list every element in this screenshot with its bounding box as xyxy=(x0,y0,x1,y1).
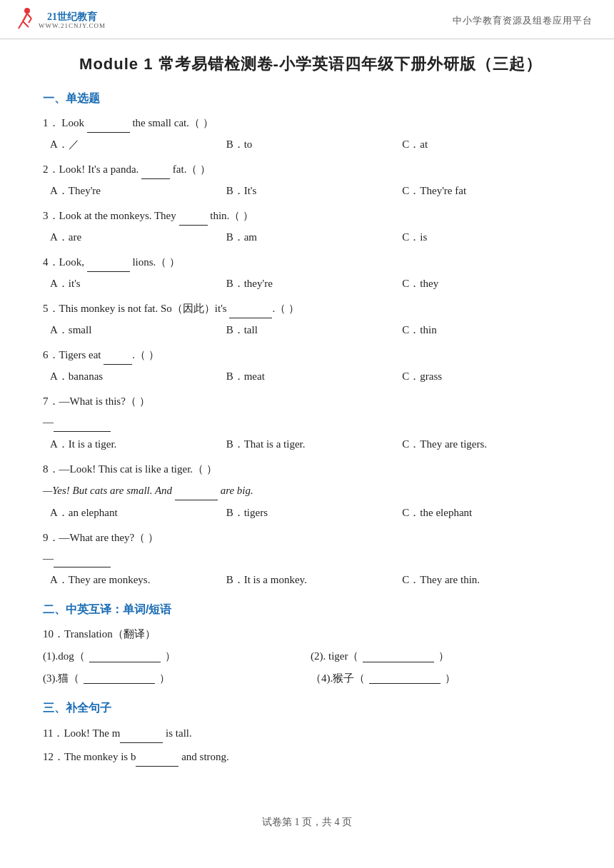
svg-point-0 xyxy=(24,8,30,14)
q5-optC: C．thin xyxy=(402,321,578,340)
footer-text: 试卷第 1 页，共 4 页 xyxy=(262,817,352,827)
q12-text: 12．The monkey is b and strong. xyxy=(43,747,578,767)
question-5: 5．This monkey is not fat. So（因此）it's .（ … xyxy=(43,299,578,340)
q10-monkey: （4).猴子（ ） xyxy=(311,668,578,689)
q4-options: A．it's B．they're C．they xyxy=(50,274,578,293)
q4-optA: A．it's xyxy=(50,274,226,293)
q6-optA: A．bananas xyxy=(50,367,226,386)
question-4: 4．Look, lions.（ ） A．it's B．they're C．the… xyxy=(43,253,578,293)
q1-optC: C．at xyxy=(402,135,578,154)
svg-line-5 xyxy=(29,19,31,23)
q8-text: 8．—Look! This cat is like a tiger.（ ） xyxy=(43,460,578,479)
q9-optC: C．They are thin. xyxy=(402,570,578,590)
svg-line-3 xyxy=(23,21,29,27)
q10-monkey-blank xyxy=(369,672,441,684)
q5-options: A．small B．tall C．thin xyxy=(50,321,578,340)
q3-optB: B．am xyxy=(226,228,403,247)
q11-text: 11．Look! The m is tall. xyxy=(43,724,578,743)
q7-blank xyxy=(54,420,111,432)
q3-blank xyxy=(179,214,208,226)
q8-italic: —Yes! But cats are small. And are big. xyxy=(43,481,578,500)
main-content: Module 1 常考易错检测卷-小学英语四年级下册外研版（三起） 一、单选题 … xyxy=(0,39,614,792)
q4-optB: B．they're xyxy=(226,274,403,293)
section2-title: 二、中英互译：单词/短语 xyxy=(43,600,578,619)
q9-options: A．They are monkeys. B．It is a monkey. C．… xyxy=(50,570,578,590)
question-9: 9．—What are they?（ ） — A．They are monkey… xyxy=(43,528,578,590)
q7-optA: A．It is a tiger. xyxy=(50,435,226,454)
q4-blank xyxy=(87,261,130,272)
q1-options: A．／ B．to C．at xyxy=(50,135,578,154)
question-3: 3．Look at the monkeys. They thin.（ ） A．a… xyxy=(43,206,578,247)
question-2: 2．Look! It's a panda. fat.（ ） A．They're … xyxy=(43,160,578,201)
logo-cn-text: 21世纪教育 xyxy=(47,11,97,22)
logo-text: 21世纪教育 WWW.21CNJY.COM xyxy=(39,11,106,29)
q3-optC: C．is xyxy=(402,228,578,247)
q6-options: A．bananas B．meat C．grass xyxy=(50,367,578,386)
q3-text: 3．Look at the monkeys. They thin.（ ） xyxy=(43,206,578,226)
page-footer: 试卷第 1 页，共 4 页 xyxy=(0,814,614,842)
question-7: 7．—What is this?（ ） — A．It is a tiger. B… xyxy=(43,392,578,454)
q5-optA: A．small xyxy=(50,321,226,340)
q3-optA: A．are xyxy=(50,228,226,247)
svg-line-2 xyxy=(19,21,23,29)
q5-blank xyxy=(229,307,272,318)
logo-en-text: WWW.21CNJY.COM xyxy=(39,23,106,30)
q2-optA: A．They're xyxy=(50,181,226,201)
q10-dog: (1).dog（ ） xyxy=(43,646,311,667)
q2-blank xyxy=(141,168,170,179)
q10-cat-blank xyxy=(84,672,155,684)
q2-options: A．They're B．It's C．They're fat xyxy=(50,181,578,201)
logo-area: 21世纪教育 WWW.21CNJY.COM xyxy=(14,7,106,34)
q7-text: 7．—What is this?（ ） xyxy=(43,392,578,411)
q10-row1: (1).dog（ ） (2). tiger（ ） xyxy=(43,646,578,667)
q10-cat: (3).猫（ ） xyxy=(43,668,311,689)
q12-blank xyxy=(136,755,178,767)
q9-optA: A．They are monkeys. xyxy=(50,570,226,590)
q8-optC: C．the elephant xyxy=(402,503,578,523)
q2-optC: C．They're fat xyxy=(402,181,578,201)
question-10: 10．Translation（翻译） (1).dog（ ） (2). tiger… xyxy=(43,625,578,688)
header-tagline: 中小学教育资源及组卷应用平台 xyxy=(453,13,593,29)
q2-text: 2．Look! It's a panda. fat.（ ） xyxy=(43,160,578,179)
section1-title: 一、单选题 xyxy=(43,89,578,108)
q10-tiger-blank xyxy=(363,651,434,662)
q3-options: A．are B．am C．is xyxy=(50,228,578,247)
question-1: 1． Look the small cat.（ ） A．／ B．to C．at xyxy=(43,113,578,154)
question-12: 12．The monkey is b and strong. xyxy=(43,747,578,767)
q7-optB: B．That is a tiger. xyxy=(226,435,403,454)
runner-icon xyxy=(14,7,34,34)
q5-optB: B．tall xyxy=(226,321,403,340)
main-title: Module 1 常考易错检测卷-小学英语四年级下册外研版（三起） xyxy=(43,52,578,76)
q8-optB: B．tigers xyxy=(226,503,403,523)
q9-optB: B．It is a monkey. xyxy=(226,570,403,590)
question-11: 11．Look! The m is tall. xyxy=(43,724,578,743)
q5-text: 5．This monkey is not fat. So（因此）it's .（ … xyxy=(43,299,578,318)
q7-options: A．It is a tiger. B．That is a tiger. C．Th… xyxy=(50,435,578,454)
q6-optB: B．meat xyxy=(226,367,403,386)
section3-title: 三、补全句子 xyxy=(43,698,578,717)
q8-options: A．an elephant B．tigers C．the elephant xyxy=(50,503,578,523)
q10-dog-blank xyxy=(89,651,161,662)
q1-optA: A．／ xyxy=(50,135,226,154)
q8-blank xyxy=(175,489,218,500)
q9-blank xyxy=(54,556,111,567)
q4-text: 4．Look, lions.（ ） xyxy=(43,253,578,272)
q6-optC: C．grass xyxy=(402,367,578,386)
question-8: 8．—Look! This cat is like a tiger.（ ） —Y… xyxy=(43,460,578,523)
q6-blank xyxy=(104,353,132,365)
q1-optB: B．to xyxy=(226,135,403,154)
svg-line-4 xyxy=(27,14,31,19)
q6-text: 6．Tigers eat .（ ） xyxy=(43,345,578,365)
q10-label: 10．Translation（翻译） xyxy=(43,625,578,644)
q9-answer-blank-line: — xyxy=(43,550,578,568)
page-header: 21世纪教育 WWW.21CNJY.COM 中小学教育资源及组卷应用平台 xyxy=(0,0,614,39)
q2-optB: B．It's xyxy=(226,181,403,201)
q9-text: 9．—What are they?（ ） xyxy=(43,528,578,547)
q1-blank xyxy=(87,121,130,133)
q11-blank xyxy=(120,732,163,743)
q1-num: 1． xyxy=(43,117,59,128)
q8-optA: A．an elephant xyxy=(50,503,226,523)
svg-line-1 xyxy=(23,14,27,21)
q4-optC: C．they xyxy=(402,274,578,293)
q1-text: 1． Look the small cat.（ ） xyxy=(43,113,578,133)
